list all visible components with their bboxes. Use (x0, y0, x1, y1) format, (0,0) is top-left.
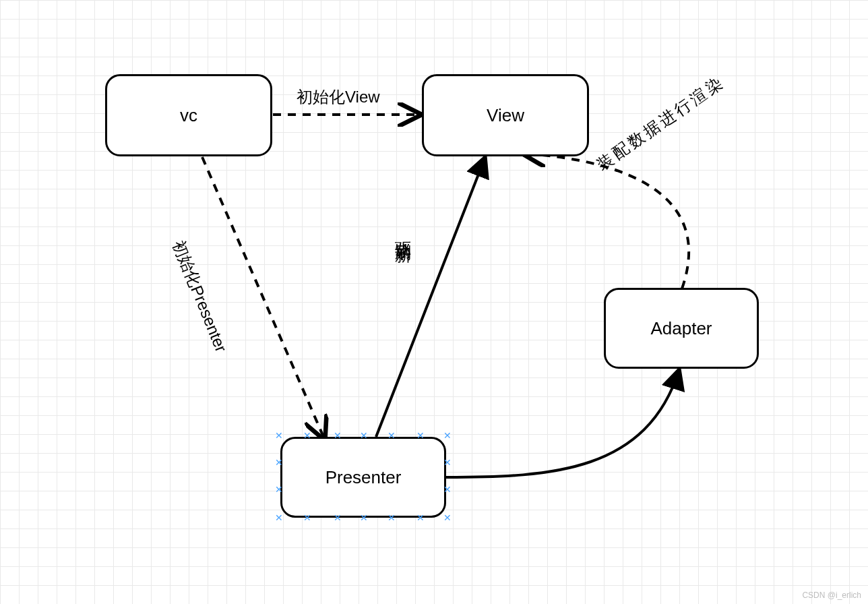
node-presenter-label: Presenter (326, 467, 402, 488)
node-view-label: View (487, 105, 524, 126)
watermark-text: CSDN @i_erlich (802, 591, 861, 600)
diagram-canvas: vc View Adapter Presenter ✕ ✕ ✕ ✕ ✕ ✕ ✕ … (0, 0, 868, 604)
node-vc[interactable]: vc (105, 74, 272, 156)
node-adapter-label: Adapter (650, 318, 712, 339)
node-vc-label: vc (180, 105, 197, 126)
node-view[interactable]: View (422, 74, 589, 156)
node-presenter[interactable]: Presenter (280, 437, 446, 518)
edge-label-vc-to-view: 初始化View (297, 86, 380, 108)
node-adapter[interactable]: Adapter (604, 288, 759, 369)
edge-label-presenter-to-view: 驱动刷新 (392, 229, 414, 235)
